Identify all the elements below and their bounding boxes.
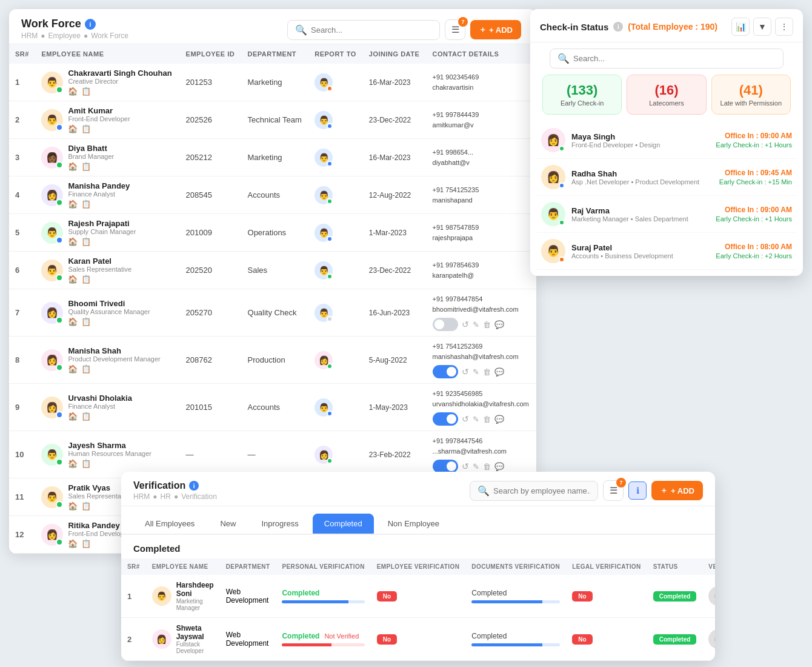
sr-number: 1 <box>9 64 35 101</box>
vp-table-row: 1 👨 Harshdeep Soni Marketing Manager Web… <box>121 575 715 618</box>
ci-office-time: Office In : 09:00 AM <box>716 132 792 140</box>
checkin-header: Check-in Status i (Total Employee : 190)… <box>530 9 803 42</box>
checkin-item: 👩 Radha Shah Asp .Net Developer • Produc… <box>536 159 797 196</box>
table-row: 4 👩 Manisha Pandey Finance Analyst 🏠 📋 2… <box>9 176 536 214</box>
emp-icon2: 📋 <box>81 275 91 284</box>
message-icon[interactable]: 💬 <box>494 367 504 377</box>
vp-add-label: + ADD <box>671 486 694 495</box>
toggle-switch[interactable] <box>433 460 458 473</box>
emp-icon2: 📋 <box>81 87 91 96</box>
delete-icon[interactable]: 🗑 <box>483 415 491 424</box>
chart-icon-btn[interactable]: 📊 <box>731 18 750 36</box>
more-icon-btn[interactable]: ⋮ <box>775 18 793 36</box>
action-icon[interactable]: ↺ <box>462 367 469 377</box>
checkin-search-input[interactable] <box>573 54 776 63</box>
ci-role: Asp .Net Developer • Product Development <box>571 178 699 186</box>
dept-cell: Operations <box>242 214 309 252</box>
checkin-item: 👩 Maya Singh Front-End Developer • Desig… <box>536 122 797 159</box>
checkin-search-bar[interactable]: 🔍 <box>550 49 784 69</box>
verification-tab-non-employee[interactable]: Non Employee <box>376 514 451 534</box>
edit-icon[interactable]: ✎ <box>473 462 479 471</box>
edit-icon[interactable]: ✎ <box>473 367 479 377</box>
emp-id-cell: 208762 <box>180 337 242 384</box>
action-icon[interactable]: ↺ <box>462 320 469 329</box>
report-to-cell: 👨 <box>308 252 363 289</box>
delete-icon[interactable]: 🗑 <box>483 367 491 377</box>
joining-date-cell: 23-Feb-2022 <box>363 431 427 478</box>
vp-col-name: EMPLOYEE NAME <box>146 558 220 575</box>
vp-col-emp: EMPLOYEE VERIFICATION <box>371 558 466 575</box>
vp-add-button[interactable]: ＋ + ADD <box>651 481 703 500</box>
message-icon[interactable]: 💬 <box>494 320 504 329</box>
checkin-actions: 📊 ▼ ⋮ <box>731 18 793 36</box>
action-icon[interactable]: ↺ <box>462 461 469 471</box>
contact-cell: +91 9978447546...sharma@vitafresh.com ↺ … <box>427 431 536 478</box>
checkin-search-icon: 🔍 <box>557 53 570 64</box>
edit-icon[interactable]: ✎ <box>473 415 479 424</box>
report-to-cell: 👨 <box>308 101 363 139</box>
top-search-bar[interactable]: 🔍 <box>287 20 440 40</box>
delete-icon[interactable]: 🗑 <box>483 320 491 329</box>
table-row: 2 👨 Amit Kumar Front-End Developer 🏠 📋 2… <box>9 101 536 139</box>
emp-role: Human Resources Manager <box>68 450 151 457</box>
verification-info-badge: i <box>189 481 199 491</box>
toggle-switch[interactable] <box>433 365 458 378</box>
verification-tab-inprogress[interactable]: Inprogress <box>250 514 310 534</box>
report-to-cell: 👨 <box>308 139 363 176</box>
vp-legal-verification: No <box>566 575 647 618</box>
verification-tab-new[interactable]: New <box>208 514 247 534</box>
edit-icon[interactable]: ✎ <box>473 320 479 329</box>
filter-button[interactable]: ☰ 7 <box>445 19 465 40</box>
emp-id-cell: 201015 <box>180 384 242 431</box>
ci-checkin-time: Early Check-in : +2 Hours <box>716 252 792 260</box>
vp-sr: 1 <box>121 575 146 618</box>
checkin-item: 👨 Suraj Patel Accounts • Business Develo… <box>536 233 797 270</box>
emp-icon1: 🏠 <box>68 364 78 374</box>
joining-date-cell: 23-Dec-2022 <box>363 101 427 139</box>
emp-icon2: 📋 <box>81 237 91 246</box>
top-actions-bar: 🔍 ☰ 7 ＋ + ADD <box>287 19 521 40</box>
employee-name-cell: 👨 Karan Patel Sales Representative 🏠 📋 <box>35 252 179 289</box>
dept-cell: Technical Team <box>242 101 309 139</box>
contact-cell: +91 7541252369manishashah@vitafresh.com … <box>427 337 536 384</box>
verification-tab-completed[interactable]: Completed <box>313 514 374 534</box>
ci-office-time: Office In : 09:00 AM <box>716 206 792 214</box>
vp-emp-role: Marketing Manager <box>176 598 214 611</box>
search-input[interactable] <box>311 25 432 35</box>
message-icon[interactable]: 💬 <box>494 415 504 424</box>
table-row: 10 👨 Jayesh Sharma Human Resources Manag… <box>9 431 536 478</box>
stat-late-num: (16) <box>632 82 701 98</box>
verification-header: Verification i HRM ● HR ● Verification 🔍… <box>121 472 715 506</box>
vp-status: Completed <box>647 618 703 661</box>
emp-role: Brand Manager <box>68 153 114 160</box>
report-to-cell: 👨 <box>308 176 363 214</box>
emp-name: Karan Patel <box>68 256 131 266</box>
dept-cell: Quality Check <box>242 289 309 337</box>
emp-role: Sales Representative <box>68 266 131 273</box>
ci-name: Suraj Patel <box>571 243 673 252</box>
sr-number: 11 <box>9 478 35 516</box>
action-icon[interactable]: ↺ <box>462 414 469 424</box>
verification-tab-all-employees[interactable]: All Employees <box>133 514 206 534</box>
add-button[interactable]: ＋ + ADD <box>470 20 521 39</box>
emp-icon2: 📋 <box>81 501 91 511</box>
toggle-switch[interactable] <box>433 318 458 331</box>
emp-icon1: 🏠 <box>68 162 78 171</box>
message-icon[interactable]: 💬 <box>494 462 504 471</box>
dept-cell: Sales <box>242 252 309 289</box>
ci-avatar: 👨 <box>541 202 565 226</box>
filter-icon-btn[interactable]: ▼ <box>753 18 771 36</box>
vp-filter-btn[interactable]: ☰ 7 <box>603 480 624 501</box>
sr-number: 7 <box>9 289 35 337</box>
verification-search[interactable]: 🔍 <box>470 481 598 501</box>
col-reportto: REPORT TO <box>308 44 363 64</box>
report-avatar: 👩 <box>314 351 333 369</box>
vp-search-input[interactable] <box>493 486 590 495</box>
delete-icon[interactable]: 🗑 <box>483 462 491 471</box>
toggle-switch[interactable] <box>433 412 458 426</box>
vp-info-btn[interactable]: ℹ <box>628 481 647 500</box>
table-row: 1 👨 Chakravarti Singh Chouhan Creative D… <box>9 64 536 101</box>
vp-sr: 2 <box>121 618 146 661</box>
vp-emp-name: Harshdeep Soni <box>176 581 214 598</box>
sr-number: 8 <box>9 337 35 384</box>
